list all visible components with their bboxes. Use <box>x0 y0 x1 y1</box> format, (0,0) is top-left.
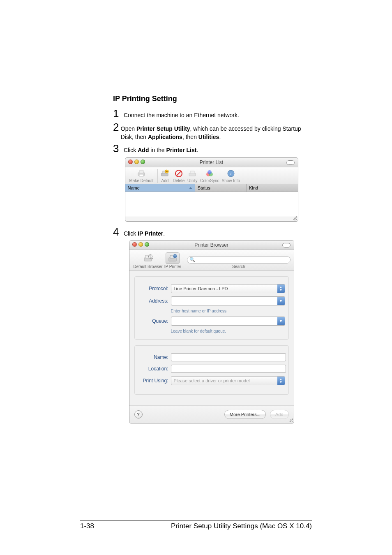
column-status[interactable]: Status <box>195 184 247 192</box>
print-using-value: Please select a driver or printer model <box>171 377 277 385</box>
printer-field-group: Name: Location: Print Using: Please sele… <box>134 345 289 395</box>
column-kind[interactable]: Kind <box>247 184 297 192</box>
close-icon[interactable] <box>132 242 137 247</box>
protocol-label: Protocol: <box>138 286 171 291</box>
svg-point-14 <box>208 170 212 174</box>
wrench-icon <box>187 169 198 178</box>
svg-rect-2 <box>139 174 143 176</box>
minimize-icon[interactable] <box>134 160 139 164</box>
no-entry-icon <box>173 169 184 178</box>
colorsync-button[interactable]: ColorSync <box>200 169 219 183</box>
step-text: Connect the machine to an Ethernet netwo… <box>124 111 239 119</box>
dropdown-button[interactable]: ▼ <box>277 297 285 305</box>
dropdown-button[interactable]: ▼ <box>277 317 285 325</box>
printer-icon <box>136 169 147 178</box>
queue-hint: Leave blank for default queue. <box>171 329 285 333</box>
protocol-select[interactable]: Line Printer Daemon - LPD ▲▼ <box>171 284 285 293</box>
zoom-icon[interactable] <box>145 242 149 247</box>
column-label: Name <box>128 185 140 190</box>
protocol-row: Protocol: Line Printer Daemon - LPD ▲▼ <box>138 284 285 293</box>
name-label: Name: <box>138 354 171 360</box>
location-row: Location: <box>138 365 285 373</box>
svg-rect-11 <box>190 171 194 173</box>
help-button[interactable]: ? <box>134 410 143 419</box>
utility-button[interactable]: Utility <box>187 169 198 183</box>
toolbar-label: Default Browser <box>134 264 163 269</box>
protocol-value: Line Printer Daemon - LPD <box>171 284 277 293</box>
show-info-button[interactable]: i Show Info <box>221 169 240 183</box>
dropdown-button[interactable]: ▲▼ <box>277 377 285 385</box>
zoom-icon[interactable] <box>141 160 145 164</box>
queue-input[interactable]: ▼ <box>171 317 285 326</box>
step-text-part: , then <box>182 134 198 140</box>
window-title: Printer Browser <box>194 242 228 248</box>
add-printer-button[interactable]: Add <box>270 410 289 419</box>
address-value <box>171 297 277 305</box>
column-name[interactable]: Name <box>125 184 195 192</box>
step-text-part: . <box>219 134 221 140</box>
window-controls <box>132 242 149 247</box>
step-text-bold: IP Printer <box>138 230 163 237</box>
toolbar-label: Show Info <box>221 178 240 183</box>
printer-list-toolbar: Make Default Add Delete Utility <box>125 167 298 184</box>
svg-rect-18 <box>145 255 150 258</box>
close-icon[interactable] <box>128 160 133 164</box>
print-using-label: Print Using: <box>138 378 171 384</box>
make-default-button[interactable]: Make Default <box>129 169 154 183</box>
more-printers-button[interactable]: More Printers... <box>224 410 266 419</box>
step-3: 3 Click Add in the Printer List. <box>113 142 310 155</box>
toolbar-label: Make Default <box>129 178 154 183</box>
toolbar-toggle-icon[interactable] <box>282 243 291 247</box>
toolbar-label: IP Printer <box>164 264 182 269</box>
step-text-part: . <box>163 230 165 237</box>
step-text-bold: Add <box>138 147 149 153</box>
default-browser-icon <box>141 253 154 264</box>
footer-buttons: More Printers... Add <box>224 410 289 419</box>
print-using-select[interactable]: Please select a driver or printer model … <box>171 376 285 385</box>
print-using-row: Print Using: Please select a driver or p… <box>138 376 285 385</box>
address-input[interactable]: ▼ <box>171 296 285 305</box>
step-text-bold: Printer List <box>166 147 196 153</box>
step-number: 1 <box>113 107 122 120</box>
page-number: 1-38 <box>80 522 94 530</box>
printer-list-window: Printer List Make Default Add <box>125 157 298 222</box>
titlebar[interactable]: Printer List <box>125 158 298 167</box>
address-hint: Enter host name or IP address. <box>171 309 285 313</box>
toolbar-toggle-icon[interactable] <box>286 160 295 165</box>
ip-printer-icon <box>166 252 180 264</box>
step-text-bold: Applications <box>148 134 182 140</box>
search-icon: 🔍 <box>189 257 195 262</box>
location-input[interactable] <box>171 365 286 373</box>
ip-printer-button[interactable]: IP Printer <box>164 252 182 269</box>
step-text-part: Click <box>124 147 138 153</box>
default-browser-button[interactable]: Default Browser <box>134 253 163 269</box>
search-field-wrap: 🔍 <box>187 256 290 264</box>
search-input[interactable] <box>187 256 290 264</box>
add-button[interactable]: Add <box>159 169 170 183</box>
printer-list-body[interactable] <box>125 192 298 217</box>
minimize-icon[interactable] <box>138 242 143 247</box>
printer-browser-toolbar: Default Browser IP Printer 🔍 Search <box>129 250 294 271</box>
queue-row: Queue: ▼ <box>138 317 285 326</box>
step-text: Click IP Printer. <box>124 229 165 238</box>
step-text-part: in the <box>149 147 166 153</box>
toolbar-label: ColorSync <box>200 178 219 183</box>
titlebar[interactable]: Printer Browser <box>129 240 294 250</box>
step-text: Open Printer Setup Utility, which can be… <box>121 125 310 141</box>
colorsync-icon <box>204 169 215 178</box>
chevron-down-icon: ▼ <box>279 299 283 303</box>
step-text-part: . <box>196 147 198 153</box>
step-number: 4 <box>113 226 122 238</box>
dropdown-button[interactable]: ▲▼ <box>277 284 285 293</box>
search-label: Search <box>232 264 245 269</box>
step-4: 4 Click IP Printer. <box>113 226 310 238</box>
separator <box>157 169 158 183</box>
delete-button[interactable]: Delete <box>173 169 184 183</box>
resize-handle[interactable] <box>125 217 298 221</box>
name-input[interactable] <box>171 353 286 361</box>
step-2: 2 Open Printer Setup Utility, which can … <box>113 121 310 141</box>
network-field-group: Protocol: Line Printer Daemon - LPD ▲▼ A… <box>134 276 289 340</box>
address-label: Address: <box>138 298 171 304</box>
step-text-part: Click <box>124 230 138 237</box>
step-text-bold: Utilities <box>198 134 219 140</box>
